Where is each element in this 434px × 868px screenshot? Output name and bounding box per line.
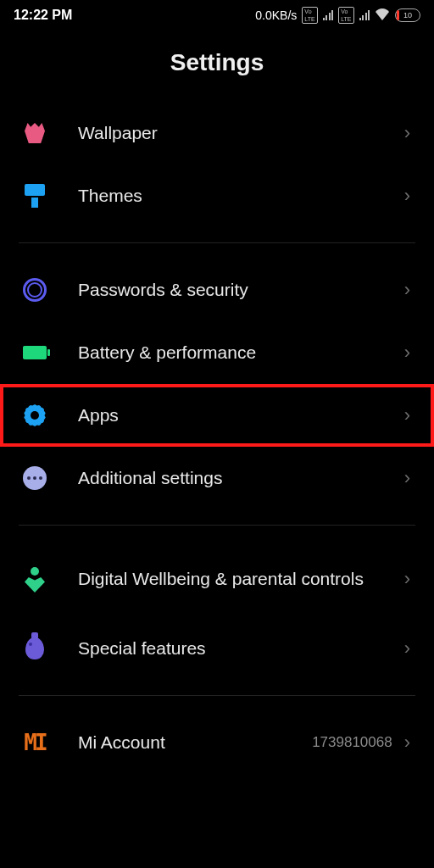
item-label: Apps xyxy=(78,404,404,426)
settings-item-themes[interactable]: Themes › xyxy=(0,164,434,227)
chevron-right-icon: › xyxy=(404,568,410,590)
volte-badge-1: VoLTE xyxy=(302,7,317,24)
chevron-right-icon: › xyxy=(404,122,410,144)
chevron-right-icon: › xyxy=(404,404,410,426)
settings-item-apps[interactable]: Apps › xyxy=(0,384,434,447)
item-label: Battery & performance xyxy=(78,342,404,364)
status-bar: 12:22 PM 0.0KB/s VoLTE VoLTE 10 xyxy=(0,0,434,31)
dots-icon xyxy=(20,464,49,492)
settings-item-additional-settings[interactable]: Additional settings › xyxy=(0,447,434,509)
divider xyxy=(19,695,415,696)
brush-icon xyxy=(20,181,49,210)
chevron-right-icon: › xyxy=(404,467,410,489)
item-label: Mi Account xyxy=(78,732,312,754)
item-label: Themes xyxy=(78,185,404,207)
settings-item-battery-performance[interactable]: Battery & performance › xyxy=(0,321,434,384)
tulip-icon xyxy=(20,119,49,147)
flask-icon xyxy=(20,634,49,663)
battery-indicator: 10 xyxy=(395,8,420,22)
signal-1-icon xyxy=(323,10,334,20)
item-side-value: 1739810068 xyxy=(312,734,392,751)
chevron-right-icon: › xyxy=(404,732,410,754)
mi-icon: MI xyxy=(20,728,49,757)
item-label: Passwords & security xyxy=(78,279,404,301)
settings-item-wallpaper[interactable]: Wallpaper › xyxy=(0,102,434,164)
item-label: Additional settings xyxy=(78,467,404,489)
settings-item-special-features[interactable]: Special features › xyxy=(0,617,434,680)
wifi-icon xyxy=(375,8,390,23)
battery-icon xyxy=(20,338,49,367)
net-speed: 0.0KB/s xyxy=(255,8,297,22)
chevron-right-icon: › xyxy=(404,637,410,659)
chevron-right-icon: › xyxy=(404,279,410,301)
chevron-right-icon: › xyxy=(404,342,410,364)
settings-item-digital-wellbeing[interactable]: Digital Wellbeing & parental controls › xyxy=(0,541,434,617)
item-label: Digital Wellbeing & parental controls xyxy=(78,568,404,590)
fingerprint-icon xyxy=(20,275,49,304)
page-title: Settings xyxy=(0,49,434,76)
settings-item-passwords-security[interactable]: Passwords & security › xyxy=(0,259,434,321)
gear-icon xyxy=(20,401,49,430)
signal-2-icon xyxy=(359,10,370,20)
clock: 12:22 PM xyxy=(14,8,72,23)
item-label: Special features xyxy=(78,637,404,659)
chevron-right-icon: › xyxy=(404,185,410,207)
divider xyxy=(19,242,415,243)
volte-badge-2: VoLTE xyxy=(338,7,353,24)
status-right: 0.0KB/s VoLTE VoLTE 10 xyxy=(255,7,420,24)
wellbeing-icon xyxy=(20,565,49,593)
item-label: Wallpaper xyxy=(78,122,404,144)
divider xyxy=(19,525,415,526)
settings-item-mi-account[interactable]: MI Mi Account 1739810068 › xyxy=(0,711,434,774)
